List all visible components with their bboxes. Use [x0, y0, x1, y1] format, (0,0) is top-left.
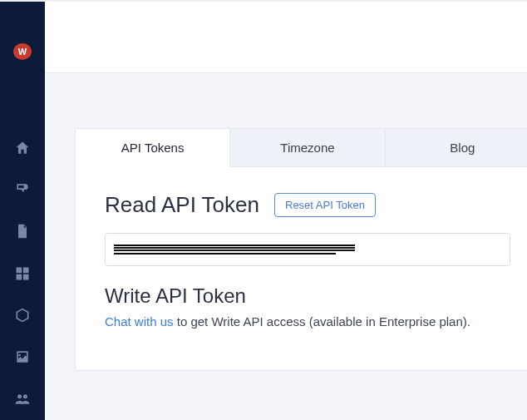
grid-icon[interactable]: [13, 265, 32, 282]
chat-with-us-link[interactable]: Chat with us: [105, 314, 174, 329]
package-icon[interactable]: [13, 307, 32, 324]
tabs: API Tokens Timezone Blog: [76, 129, 527, 167]
write-token-title: Write API Token: [105, 284, 510, 308]
tab-timezone[interactable]: Timezone: [230, 129, 385, 166]
home-icon[interactable]: [13, 139, 32, 156]
read-token-title: Read API Token: [105, 192, 259, 218]
image-icon[interactable]: [13, 348, 32, 365]
blog-icon[interactable]: [13, 181, 32, 198]
write-token-desc-text: to get Write API access (available in En…: [174, 314, 470, 329]
tab-blog[interactable]: Blog: [386, 129, 527, 166]
reset-api-token-button[interactable]: Reset API Token: [274, 193, 376, 217]
settings-panel: API Tokens Timezone Blog Read API Token …: [75, 128, 527, 371]
users-icon[interactable]: [13, 391, 32, 408]
avatar[interactable]: W: [13, 43, 32, 60]
file-icon[interactable]: [13, 223, 32, 240]
tab-api-tokens[interactable]: API Tokens: [76, 129, 230, 167]
topbar: [45, 2, 527, 73]
sidebar: W: [0, 2, 45, 420]
read-token-input[interactable]: [105, 233, 510, 266]
panel-body: Read API Token Reset API Token Write API…: [76, 167, 527, 370]
write-token-desc: Chat with us to get Write API access (av…: [105, 314, 510, 329]
